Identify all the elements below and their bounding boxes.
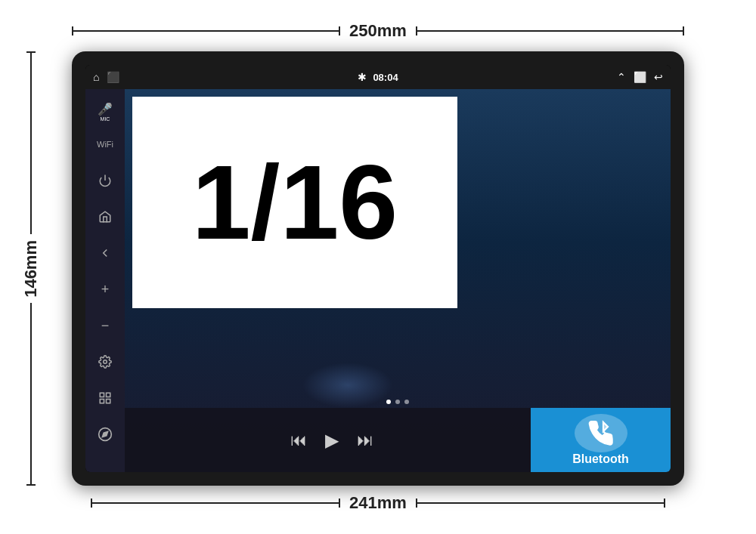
- svg-marker-7: [102, 431, 107, 437]
- left-dim-line-bottom: [30, 303, 32, 486]
- bluetooth-icon: ✱: [358, 71, 367, 83]
- svg-rect-4: [100, 400, 104, 403]
- main-content: 🎤 MIC WiFi: [85, 89, 671, 472]
- diagram-container: 250mm 146mm ⌂ ⬛ ✱ 08:04 ⌃ ⬜ ↩: [0, 0, 756, 534]
- bluetooth-panel[interactable]: Bluetooth: [531, 408, 671, 472]
- left-dimension: 146mm: [21, 51, 41, 486]
- sidebar-item-vol-up[interactable]: +: [91, 276, 119, 303]
- window-icon[interactable]: ⬜: [634, 71, 646, 83]
- bluetooth-label: Bluetooth: [572, 452, 629, 466]
- forward-button[interactable]: ⏭: [357, 431, 373, 450]
- car-unit-device: ⌂ ⬛ ✱ 08:04 ⌃ ⬜ ↩ 🎤 MIC: [72, 51, 684, 486]
- dot-2[interactable]: [395, 400, 400, 404]
- rewind-button[interactable]: ⏮: [290, 431, 307, 450]
- bottom-dim-line: [91, 502, 340, 504]
- back-nav-icon[interactable]: ↩: [654, 71, 663, 83]
- sidebar-item-power[interactable]: [91, 167, 119, 194]
- overlay-text-value: 1/16: [192, 150, 398, 255]
- top-dimension: 250mm: [72, 21, 684, 41]
- sidebar-item-navigation[interactable]: [91, 421, 119, 448]
- svg-point-1: [104, 360, 107, 364]
- sidebar: 🎤 MIC WiFi: [85, 89, 125, 472]
- overlay-image: 1/16: [132, 97, 457, 308]
- chevron-up-icon[interactable]: ⌃: [617, 71, 626, 83]
- center-content: 1/16 ⏮: [125, 89, 671, 472]
- svg-rect-5: [107, 400, 110, 403]
- sidebar-item-wifi[interactable]: WiFi: [91, 131, 119, 158]
- top-dim-line-right: [416, 30, 684, 32]
- nav-icons: ⌃ ⬜ ↩: [617, 71, 663, 83]
- dot-1[interactable]: [386, 400, 391, 404]
- svg-rect-3: [107, 393, 110, 397]
- bottom-dimension: 241mm: [91, 493, 665, 513]
- bottom-dim-line-right: [416, 502, 665, 504]
- bluetooth-phone-icon: [575, 414, 627, 452]
- sidebar-item-apps[interactable]: [91, 384, 119, 412]
- sidebar-item-settings[interactable]: [91, 348, 119, 375]
- dot-indicator: [125, 400, 671, 404]
- top-dim-line: [72, 30, 340, 32]
- home-icon[interactable]: ⌂: [93, 71, 99, 83]
- left-dim-line-top: [30, 51, 32, 234]
- bottom-dim-label: 241mm: [340, 493, 416, 513]
- status-home-area: ⌂ ⬛: [93, 71, 119, 83]
- device-screen: ⌂ ⬛ ✱ 08:04 ⌃ ⬜ ↩ 🎤 MIC: [85, 65, 671, 472]
- media-controls: ⏮ ▶ ⏭: [125, 430, 531, 451]
- sidebar-label-mic: MIC: [91, 116, 119, 122]
- sidebar-item-back[interactable]: [91, 239, 119, 267]
- svg-rect-2: [100, 393, 104, 397]
- play-button[interactable]: ▶: [325, 430, 339, 451]
- status-time: 08:04: [373, 72, 398, 83]
- sidebar-item-vol-down[interactable]: −: [91, 312, 119, 339]
- recent-apps-icon[interactable]: ⬛: [107, 71, 119, 83]
- sidebar-item-home[interactable]: [91, 203, 119, 230]
- left-dim-label: 146mm: [21, 234, 41, 304]
- status-bar: ⌂ ⬛ ✱ 08:04 ⌃ ⬜ ↩: [85, 65, 671, 89]
- media-bar: ⏮ ▶ ⏭: [125, 408, 671, 472]
- top-dim-label: 250mm: [340, 21, 416, 41]
- dot-3[interactable]: [404, 400, 409, 404]
